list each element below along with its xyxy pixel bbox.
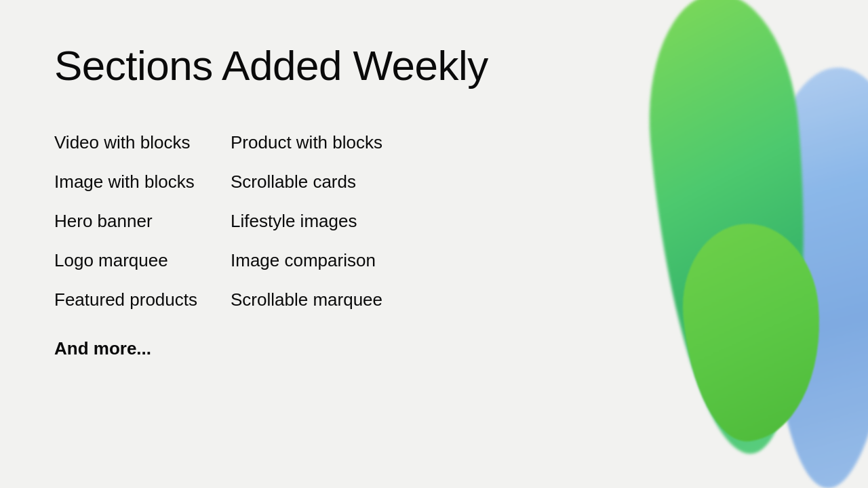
list-item: Image comparison [231, 241, 420, 281]
main-content: Sections Added Weekly Video with blocks … [0, 0, 542, 400]
decorative-blobs [549, 0, 868, 488]
list-item: Lifestyle images [231, 202, 420, 241]
list-item: Logo marquee [54, 241, 231, 281]
list-item: Product with blocks [231, 123, 420, 163]
page-title: Sections Added Weekly [54, 41, 488, 91]
list-item: Hero banner [54, 202, 231, 241]
list-item: Scrollable marquee [231, 281, 420, 320]
and-more-label: And more... [54, 338, 488, 359]
sections-grid: Video with blocks Product with blocks Im… [54, 123, 488, 319]
list-item: Featured products [54, 281, 231, 320]
list-item: Video with blocks [54, 123, 231, 163]
list-item: Image with blocks [54, 163, 231, 202]
list-item: Scrollable cards [231, 163, 420, 202]
